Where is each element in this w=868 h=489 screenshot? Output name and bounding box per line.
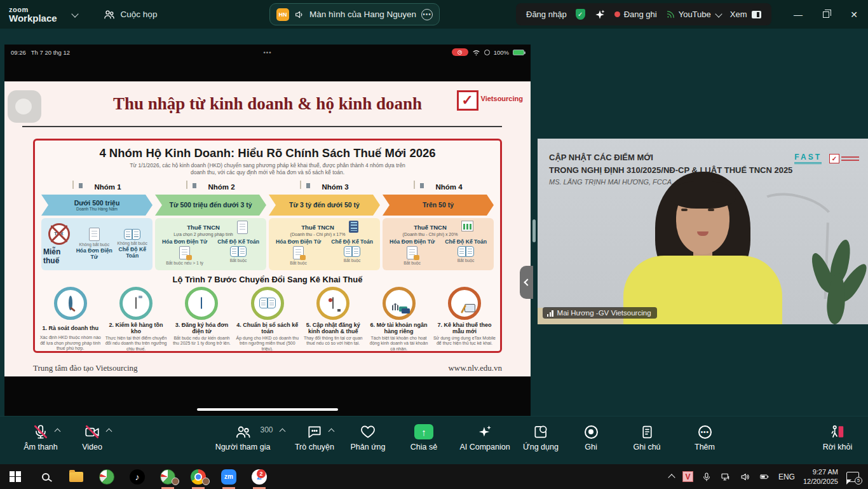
coccoc-browser-button[interactable] xyxy=(92,464,122,489)
ai-companion-icon xyxy=(477,424,493,440)
dock-hint-bar xyxy=(197,408,338,411)
roadmap-step: 7. Kê khai thuế theo mẫu mới Sử dụng ứng… xyxy=(431,287,497,352)
chat-icon xyxy=(306,424,323,440)
zoom-workplace-logo: zoom Workplace xyxy=(9,6,57,23)
network-icon[interactable] xyxy=(720,472,731,482)
reactions-button[interactable]: Phản ứng xyxy=(341,422,395,451)
participant-count: 300 xyxy=(260,425,273,434)
apps-button[interactable]: Ứng dụng xyxy=(516,422,566,451)
store-icon xyxy=(414,181,430,193)
profile-picture-badge xyxy=(172,478,179,485)
participants-chevron-icon[interactable] xyxy=(279,429,285,435)
zoom-workplace-window: zoom Workplace Cuộc họp HN Màn hình của … xyxy=(0,0,868,489)
notification-center-icon[interactable]: 5 xyxy=(846,472,859,482)
store-icon xyxy=(186,181,203,193)
minimize-button[interactable]: — xyxy=(784,0,812,29)
start-button[interactable] xyxy=(0,464,31,489)
view-layout-icon xyxy=(752,11,761,18)
file-explorer-button[interactable] xyxy=(61,464,92,489)
language-indicator[interactable]: ENG xyxy=(778,472,795,481)
step-circle-icon xyxy=(54,287,87,320)
ai-sparkle-icon[interactable] xyxy=(594,9,606,20)
group-headers-row: Nhóm 1 Dưới 500 triệuDoanh Thu Hàng Năm … xyxy=(40,180,495,216)
recording-indicator[interactable]: Đang ghi xyxy=(614,10,657,19)
record-button[interactable]: Ghi xyxy=(573,422,609,451)
close-button[interactable]: ✕ xyxy=(840,0,868,29)
meeting-status-group: Đăng nhập ✓ Đang ghi YouTube Xem xyxy=(516,3,771,25)
e-invoice-lock-icon xyxy=(407,246,417,259)
e-invoice-lock-icon xyxy=(293,246,304,259)
profile-picture-badge xyxy=(202,478,210,485)
presenter xyxy=(607,172,798,324)
workspace-chevron-icon[interactable] xyxy=(71,10,78,17)
accounting-book-icon xyxy=(124,229,140,240)
accounting-book-icon xyxy=(458,246,474,257)
accounting-book-icon xyxy=(344,246,360,257)
tab-screen-share-active[interactable]: HN Màn hình của Hang Nguyen ••• xyxy=(269,3,440,25)
video-button[interactable]: Video xyxy=(71,422,113,451)
notes-icon xyxy=(639,424,655,440)
collapse-video-panel-handle[interactable] xyxy=(520,266,533,299)
participants-button[interactable]: 300 Người tham gia xyxy=(202,422,283,451)
backdrop-logos: FAST ✓ xyxy=(794,153,859,164)
restore-icon xyxy=(823,11,829,18)
tab-options-icon[interactable]: ••• xyxy=(421,9,433,20)
tax-exempt-icon: TAX xyxy=(48,223,70,245)
restore-button[interactable] xyxy=(812,0,840,29)
footer-right: www.nlv.edu.vn xyxy=(448,363,502,376)
panel-scrollbar[interactable] xyxy=(532,219,536,242)
zoom-app-button[interactable]: zm xyxy=(214,464,244,489)
live-stream-icon xyxy=(666,10,675,19)
mac-recording-pill-icon[interactable] xyxy=(452,48,468,56)
security-shield-icon[interactable]: ✓ xyxy=(576,9,585,20)
tray-expand-icon[interactable] xyxy=(668,474,675,481)
apps-icon xyxy=(532,424,549,440)
group-1-details: TAX Miễn thuế Không bắt buộc Hóa Đơn Điệ… xyxy=(41,218,153,270)
youtube-stream-control[interactable]: YouTube xyxy=(666,10,721,19)
notes-button[interactable]: Ghi chú xyxy=(623,422,670,451)
share-screen-button[interactable]: ↑ Chia sẻ xyxy=(398,422,450,451)
chrome-button[interactable] xyxy=(183,464,214,489)
roadmap-step: 5. Cập nhật đăng ký kinh doanh & thuế Th… xyxy=(301,287,366,352)
signin-button[interactable]: Đăng nhập xyxy=(526,10,567,19)
taskbar-clock[interactable]: 9:27 AM 12/20/2025 xyxy=(803,467,838,486)
chat-button[interactable]: Trò chuyện xyxy=(287,422,342,451)
chat-options-chevron-icon[interactable] xyxy=(329,429,335,435)
group-4-band: Trên 50 tỷ xyxy=(383,195,494,216)
tray-battery-icon[interactable] xyxy=(759,472,770,481)
view-button[interactable]: Xem xyxy=(730,10,761,19)
windows-logo-icon xyxy=(10,471,21,483)
presentation-slide: Thu nhập từ kinh doanh & hộ kinh doanh ✓… xyxy=(4,81,531,376)
audio-options-chevron-icon[interactable] xyxy=(55,429,61,435)
folder-icon xyxy=(69,472,83,482)
microphone-muted-icon xyxy=(32,424,49,440)
wifi-icon xyxy=(472,49,480,56)
leave-meeting-icon xyxy=(829,424,846,440)
ai-companion-button[interactable]: AI Companion xyxy=(449,422,521,451)
accounting-book-icon xyxy=(230,246,247,257)
slide-footer: Trung tâm đào tạo Vietsourcing www.nlv.e… xyxy=(33,363,502,376)
search-button[interactable] xyxy=(31,464,61,489)
mac-battery-percent: 100% xyxy=(494,49,509,56)
recording-dot-icon xyxy=(614,11,620,17)
audio-button[interactable]: Âm thanh xyxy=(14,422,67,451)
coccoc-browser-active-button[interactable] xyxy=(153,464,183,489)
search-icon xyxy=(42,473,50,481)
windows-taskbar: ♪ zm Z2 V ENG 9:27 AM 12/20/2025 5 xyxy=(0,464,868,489)
tray-microphone-icon[interactable] xyxy=(702,472,712,482)
step-circle-icon xyxy=(251,287,284,320)
store-icon xyxy=(72,181,89,193)
tab-meeting[interactable]: Cuộc họp xyxy=(103,8,158,21)
more-button[interactable]: ••• Thêm xyxy=(684,422,726,451)
leave-button[interactable]: Rời khỏi xyxy=(813,422,862,451)
tiktok-button[interactable]: ♪ xyxy=(122,464,153,489)
participants-icon xyxy=(234,424,252,441)
step-circle-icon xyxy=(185,287,218,320)
mac-menubar: 09:26 Th 7 20 thg 12 ••• 100% xyxy=(4,47,531,57)
shared-screen: 09:26 Th 7 20 thg 12 ••• 100% Thu nhập t… xyxy=(4,45,531,416)
volume-icon[interactable] xyxy=(740,472,750,482)
unikey-icon[interactable]: V xyxy=(682,471,693,482)
zoom-meeting-button[interactable]: Z2 xyxy=(244,464,275,489)
video-options-chevron-icon[interactable] xyxy=(106,429,112,435)
presenter-video-tile[interactable]: CẬP NHẬT CÁC ĐIỂM MỚI TRONG NGHỊ ĐỊNH 31… xyxy=(538,139,868,324)
